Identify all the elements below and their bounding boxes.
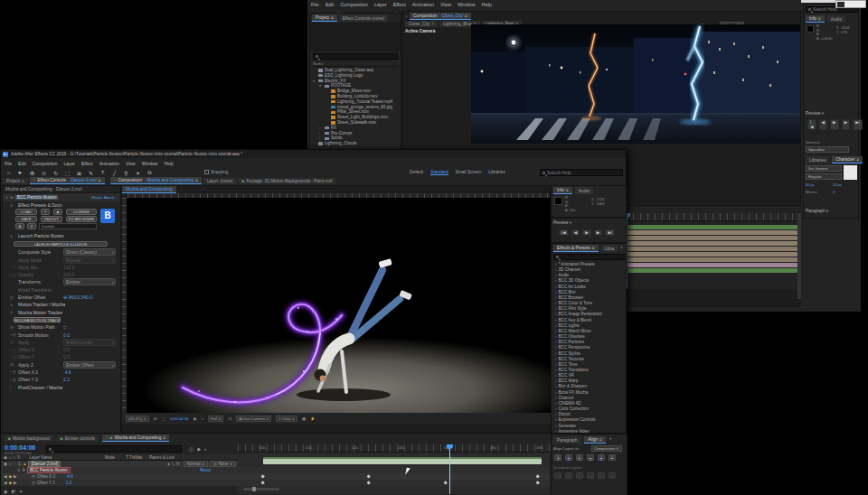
align-button[interactable]: ├ [554, 454, 561, 461]
distribute-button[interactable]: ┬ [587, 472, 594, 479]
kf-nav-diamond-icon[interactable]: ◆ [9, 474, 13, 479]
audio-icon[interactable]: ♪ [9, 462, 11, 466]
transport-button[interactable]: ▶| [853, 119, 863, 130]
show-channel-icon[interactable]: ◑ [201, 416, 203, 421]
font-style-dropdown[interactable]: Regular [806, 173, 842, 180]
col-trkmat[interactable]: T TrkMat [126, 455, 142, 460]
param-value[interactable]: 0.0 [63, 354, 118, 360]
close-icon[interactable]: × [405, 14, 408, 19]
effect-header-row[interactable]: ∨ fx BCC Particle Illusion Reset About..… [3, 193, 120, 201]
stopwatch-icon[interactable]: ◷ [32, 481, 35, 485]
preset-next-button[interactable]: V [27, 223, 36, 229]
tab-footage[interactable]: ■ Footage: 01 Motion Backgrounds - Paint… [239, 178, 336, 184]
menu-item[interactable]: Window [458, 2, 476, 7]
panel-menu-icon[interactable]: ≡ [331, 15, 334, 20]
solo-icon[interactable]: ○ [13, 455, 15, 460]
tab-paragraph[interactable]: Paragraph [553, 436, 580, 444]
menu-item[interactable]: Effect [81, 161, 93, 166]
tab-composition[interactable]: × Composition Mocha and Compositing ≡ [110, 177, 202, 184]
layer-row-dancer[interactable]: ◉♪ 1 ▲ [Dancer 2.mxf] ● ＼ fx Normal ∨ ◎ … [1, 461, 238, 467]
snapshot-icon[interactable]: ◉ [193, 416, 196, 421]
kf-nav-diamond-icon[interactable]: ◆ [9, 481, 13, 485]
param-icon[interactable]: › ◷ [10, 348, 18, 352]
eye-icon[interactable]: ◉ [4, 455, 7, 460]
project-search[interactable] [313, 53, 398, 60]
tool-icon[interactable]: ⚲ [122, 169, 130, 177]
hide-shy-icon[interactable]: ◖ [204, 446, 207, 452]
tab-layer[interactable]: Layer: (none) [203, 178, 237, 184]
launch-pi-button[interactable]: LAUNCH PARTICLE ILLUSION [14, 241, 108, 248]
grid-guides-icon[interactable]: ⊞ [154, 416, 157, 421]
magnification-dropdown[interactable]: (65.4%) ∨ [126, 416, 149, 422]
blend-mode-dropdown[interactable]: Normal ∨ [184, 461, 208, 467]
mask-visibility-icon[interactable]: ⬚ [162, 416, 165, 421]
prop-value[interactable]: 2.2 [66, 481, 71, 485]
workspace-link[interactable]: Libraries [488, 170, 505, 175]
effects-search[interactable] [553, 254, 625, 260]
effect-param-row[interactable]: › ◷ Offset X 0.0 [3, 346, 120, 353]
font-kerning-field[interactable]: Metrics [806, 190, 817, 194]
tool-icon[interactable]: ╱ [110, 169, 118, 177]
transport-button[interactable]: ▶ [842, 119, 851, 130]
param-value[interactable]: 100.0 [63, 265, 118, 270]
align-button[interactable]: ┼ [598, 454, 605, 461]
tool-icon[interactable]: ✠ [28, 169, 36, 177]
menu-item[interactable]: Effect [393, 2, 406, 7]
kf-nav-prev-icon[interactable]: ◀ [4, 481, 7, 485]
group-presets-docs[interactable]: ∨Effect Presets & Docs [3, 201, 120, 209]
effect-param-row[interactable]: ◷ Show Motion Path □ [3, 323, 120, 331]
resolution-dropdown[interactable]: Full ∨ [208, 416, 224, 422]
tab-effect-controls[interactable]: Effect Controls (none) [339, 14, 389, 22]
tab-mocha-compositing[interactable]: × ■ Mocha and Compositing ≡ [102, 434, 169, 442]
view-layout-dropdown[interactable]: 1 View ∨ [276, 416, 297, 422]
tool-icon[interactable]: ⧉ [146, 169, 154, 177]
project-name-header[interactable]: Name [313, 61, 398, 67]
param-value[interactable]: Normal [63, 257, 116, 264]
preset-current-field[interactable]: Current [39, 223, 97, 229]
keyframe-diamond[interactable] [535, 474, 540, 479]
param-value[interactable]: Emitter Offset [63, 361, 116, 369]
transport-button[interactable]: ▶| [605, 229, 615, 236]
transport-button[interactable]: ◀ [819, 119, 828, 130]
tab-align[interactable]: Align ≡ [584, 436, 605, 444]
timeline-reset-link[interactable]: Reset [200, 468, 211, 472]
effect-param-row[interactable]: ◷ Emitter Offset ⊕ 960.0,540.0 [3, 294, 120, 301]
param-value[interactable]: -4.6 [63, 369, 118, 375]
kf-nav-prev-icon[interactable]: ◀ [4, 474, 7, 479]
tab-project[interactable]: Project ≡ [312, 14, 337, 22]
roi-icon[interactable]: ⊡ [228, 416, 231, 421]
effect-param-row[interactable]: › ◷ Opacity 100.0 [3, 271, 120, 278]
tool-icon[interactable]: ⬚ [63, 169, 71, 177]
param-value[interactable]: Direct (Classic) [63, 248, 116, 256]
camera-dropdown[interactable]: Active Camera ∨ [236, 416, 271, 422]
effect-param-row[interactable]: › ◷ Smooth Motion 0.0 [3, 331, 120, 338]
load-button[interactable]: LOAD [15, 209, 37, 215]
eye-icon[interactable]: ◉ [4, 462, 7, 466]
composition-mini-flowchart-icon[interactable]: ◫ [189, 446, 193, 452]
comp-image-lightning[interactable] [471, 24, 800, 144]
prop-row-offset-y2[interactable]: ◀◆▶ ◷ Offset Y 2 2.2 [1, 480, 238, 486]
playhead-line[interactable] [449, 444, 450, 494]
fg-titlebar[interactable]: Ae Adobe After Effects CC 2019 - G:\Tuto… [1, 150, 626, 158]
stopwatch-icon[interactable]: ◷ [32, 474, 35, 479]
tab-info[interactable]: Info ≡ [806, 15, 825, 23]
tab-paragraph[interactable]: Paragraph ≡ [806, 209, 828, 213]
help-button[interactable]: ? [41, 209, 50, 215]
effect-row-bcc[interactable]: ∨ fx BCC Particle Illusion Reset [1, 467, 238, 473]
menu-item[interactable]: Edit [326, 2, 334, 7]
distribute-button[interactable]: ├ [554, 472, 561, 479]
tab-libraries[interactable]: Libraries [806, 156, 829, 163]
save-button[interactable]: SAVE [15, 216, 37, 222]
chevron-down-icon[interactable]: ∨ [5, 195, 8, 200]
tab-audio[interactable]: Audio [575, 187, 593, 194]
layer-switches[interactable]: ● ＼ fx [167, 462, 180, 466]
inout-button[interactable]: IN&OUT [41, 216, 62, 222]
keyframe-diamond[interactable] [260, 474, 265, 479]
col-layer-name[interactable]: Layer Name [30, 455, 52, 460]
tool-icon[interactable]: ⊙ [40, 169, 48, 177]
layer-duration-bar[interactable] [263, 457, 542, 464]
tool-icon[interactable]: ► [16, 169, 24, 177]
effect-param-row[interactable]: Apply Mode Normal [3, 256, 120, 263]
effect-param-row[interactable]: ∨ Mocha Motion Tracker [3, 308, 120, 315]
keyframe-diamond[interactable] [443, 481, 448, 485]
